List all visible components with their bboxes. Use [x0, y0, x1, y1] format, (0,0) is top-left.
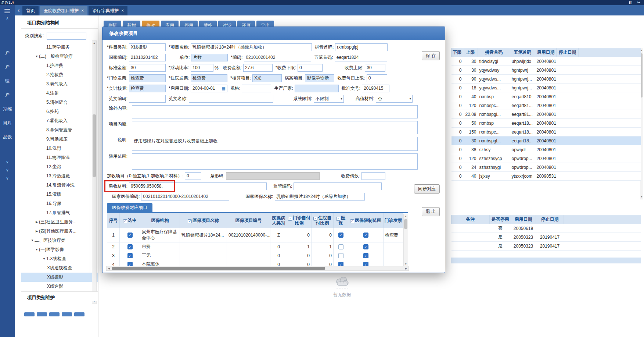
- rail-nav-item[interactable]: 别维: [0, 106, 15, 112]
- exclusion-textarea[interactable]: [132, 105, 418, 118]
- english-code-input[interactable]: [129, 95, 166, 103]
- sync-mapping-button[interactable]: 同步对应: [414, 184, 440, 194]
- daily-limit-input[interactable]: 0: [367, 74, 387, 82]
- detail-row[interactable]: 否 20050619: [451, 224, 641, 233]
- charge-item-row[interactable]: 0 40 jsjxsy ytsxxrjcom 20090531: [451, 172, 641, 181]
- medins-table-scrollbar[interactable]: ▲ ▼: [403, 214, 408, 267]
- approval-no-input[interactable]: 20190415: [362, 85, 389, 92]
- column-check-icon[interactable]: ✓: [123, 219, 127, 223]
- exit-icon[interactable]: ↪: [637, 0, 640, 5]
- menu-icon[interactable]: [4, 9, 10, 13]
- surcharge-type-input[interactable]: 0: [185, 172, 201, 180]
- tab-close-icon[interactable]: ×: [81, 6, 84, 15]
- outpatient-invoice-input[interactable]: 检查费: [129, 74, 166, 82]
- charge-item-row[interactable]: 0 50 rxmbsp eeqart18... 20040801: [451, 119, 641, 128]
- column-edit-icon[interactable]: ✓: [188, 219, 192, 223]
- tree-item[interactable]: 17.肛管排气: [21, 208, 98, 217]
- tree-item[interactable]: ▶ (三)社区卫生服务...: [21, 217, 98, 227]
- national-code-input[interactable]: 21010201402: [129, 54, 166, 61]
- tree-search-input[interactable]: [47, 32, 86, 40]
- row-selected-checkbox[interactable]: ✓: [127, 233, 133, 238]
- document-tab[interactable]: 医院收费项目维护 ×: [40, 6, 87, 15]
- national-medins-name-input[interactable]: 乳腺钼靶摄片18×24吋（感绿片加收）: [275, 193, 365, 201]
- detail-row[interactable]: 是 20050323 20190417: [451, 233, 641, 242]
- rail-nav-item[interactable]: 理: [0, 78, 15, 84]
- medins-checkbox[interactable]: ✓: [338, 233, 343, 238]
- charge-item-row[interactable]: 0 120 szhszhsycp opwdrop... 20040801: [451, 154, 641, 163]
- charge-multiple-input[interactable]: [361, 172, 385, 180]
- start-date-input[interactable]: 2004-08-01▦: [191, 85, 227, 92]
- scroll-up-icon[interactable]: ▲: [404, 214, 408, 219]
- save-button[interactable]: 保 存: [422, 51, 440, 60]
- regulatory-code-input[interactable]: [294, 182, 382, 190]
- tree-item[interactable]: 8.鼻饲管置管: [21, 125, 98, 135]
- detail-row[interactable]: 是 20050323 20190417: [451, 242, 641, 251]
- medins-mapping-tab[interactable]: 医保收费对应项目: [107, 203, 152, 212]
- charge-item-row[interactable]: 0 22.08 rxmbspgl... eeqart81... 20040801: [451, 110, 641, 119]
- tree-item[interactable]: X线摄影: [21, 273, 98, 282]
- charge-item-row[interactable]: 0 38 szhsy opwrjdr 20040801: [451, 145, 641, 154]
- tree-item[interactable]: ▼ (二)一般检查诊疗: [21, 52, 98, 61]
- document-tab[interactable]: 首页 ×: [22, 6, 39, 15]
- scroll-down-icon[interactable]: ▼: [640, 195, 643, 199]
- expand-down-icon[interactable]: ∨: [0, 174, 15, 182]
- record-item-input[interactable]: 影像学诊断: [305, 74, 334, 82]
- scroll-left-icon[interactable]: ◀: [107, 266, 111, 270]
- medins-row[interactable]: 2 ✓ 自费 0 1 1 ✓ ✓: [107, 242, 403, 251]
- note-textarea[interactable]: 使用感绿片在对应普通胶片收费基础上加收: [132, 137, 418, 151]
- tree-item[interactable]: 7.雾化吸入: [21, 116, 98, 125]
- rail-nav-item[interactable]: 户: [0, 92, 15, 98]
- tree-scrollbar[interactable]: ▲ ▼: [92, 40, 97, 304]
- standard-amount-input[interactable]: 30: [129, 64, 166, 72]
- tree-item[interactable]: 2.抢救费: [21, 70, 98, 79]
- back-chevron-icon[interactable]: ‹: [15, 5, 22, 15]
- float-ratio-input[interactable]: 100: [191, 64, 213, 72]
- tree-item[interactable]: X线透视检查: [21, 263, 98, 273]
- connotation-textarea[interactable]: [132, 121, 418, 134]
- item-name-input[interactable]: 乳腺钼靶摄片18×24吋（感绿片加收）: [191, 43, 312, 51]
- tree-item[interactable]: 4.注射: [21, 89, 98, 98]
- row-selected-checkbox[interactable]: ✓: [127, 253, 133, 258]
- account-item-input[interactable]: X光: [252, 74, 282, 82]
- charge-item-row[interactable]: 0 30 tldwclsygl uhpwijrjdx 20040801: [451, 57, 641, 66]
- scroll-right-icon[interactable]: ▶: [404, 266, 409, 270]
- extra-material-input[interactable]: 950059,950058,: [129, 182, 267, 190]
- unit-input[interactable]: 片数: [191, 54, 228, 61]
- footer-button-stub[interactable]: [49, 312, 60, 316]
- medins-checkbox[interactable]: ✓: [338, 244, 343, 249]
- tree-item[interactable]: ▶ (四)其他医疗服务...: [21, 227, 98, 236]
- wubi-code-input[interactable]: eeqart1824: [335, 54, 387, 61]
- tree-expand-icon[interactable]: ▼: [30, 236, 35, 245]
- tree-item[interactable]: 10.洗胃: [21, 144, 98, 153]
- collapse-up-icon[interactable]: ∧: [0, 15, 15, 21]
- tree-item[interactable]: 6.换药: [21, 107, 98, 116]
- english-name-input[interactable]: [189, 95, 273, 103]
- medins-row[interactable]: 3 ✓ 三无 0 0 0 ✓ ✓: [107, 251, 403, 260]
- expand-down-icon[interactable]: ∨: [0, 166, 15, 174]
- subject-category-input[interactable]: X线摄影: [129, 43, 166, 51]
- charge-item-row[interactable]: 0 30 yqywdwsy hgntpwrj 20040801: [451, 66, 641, 75]
- inpatient-invoice-input[interactable]: 检查费: [191, 74, 227, 82]
- tree-item[interactable]: 11.药学服务: [21, 43, 98, 52]
- row-selected-checkbox[interactable]: ✓: [127, 244, 133, 249]
- medins-checkbox[interactable]: ✓: [338, 253, 343, 258]
- charge-item-row[interactable]: 0 90 yqywdws... hgntpwrj... 20040801: [451, 75, 641, 84]
- scroll-up-icon[interactable]: ▲: [92, 41, 96, 45]
- charge-amount-input[interactable]: 27.6: [243, 64, 273, 72]
- tree-expand-icon[interactable]: ▼: [35, 52, 39, 61]
- accounting-input[interactable]: 检查费: [129, 85, 166, 92]
- charge-item-row[interactable]: 0 24 szhszhsygl opwdrop... 20040801: [451, 163, 641, 172]
- theme-icon[interactable]: ◧: [629, 0, 632, 5]
- tree-expand-icon[interactable]: ▼: [42, 254, 46, 263]
- exit-button[interactable]: 退 出: [422, 207, 440, 216]
- tree-expand-icon[interactable]: ▼: [35, 245, 39, 254]
- spec-input[interactable]: [242, 85, 271, 92]
- system-limit-select[interactable]: 不限制▾: [314, 95, 344, 103]
- tree-item[interactable]: 15.灌肠: [21, 190, 98, 199]
- tree-item[interactable]: 16.导尿: [21, 199, 98, 208]
- rail-nav-item[interactable]: 户: [0, 64, 15, 70]
- tree-item[interactable]: X线造影: [21, 282, 98, 291]
- column-edit-icon[interactable]: ✓: [288, 217, 292, 221]
- rail-nav-item[interactable]: 目对: [0, 120, 15, 126]
- tree-item[interactable]: 14.引流管冲洗: [21, 181, 98, 190]
